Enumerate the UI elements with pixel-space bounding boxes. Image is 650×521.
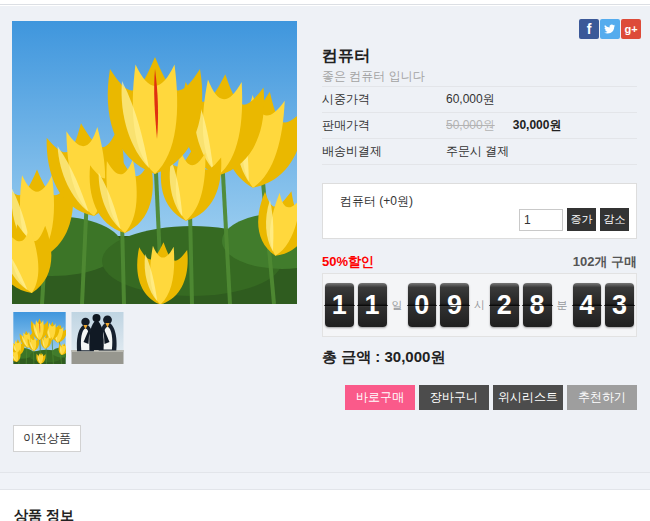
timer-hour-label: 시	[474, 298, 485, 313]
timer-digit: 1	[325, 283, 354, 327]
cart-button[interactable]: 장바구니	[419, 385, 489, 410]
quantity-input[interactable]	[519, 209, 563, 231]
product-info-table: 시중가격 60,000원 판매가격 50,000원 30,000원 배송비결제 …	[322, 86, 637, 165]
quantity-controls: 증가 감소	[519, 208, 629, 231]
sale-price-value: 30,000원	[513, 117, 562, 134]
timer-minute-label: 분	[557, 298, 568, 313]
market-price-value: 60,000원	[446, 91, 495, 108]
shipping-value: 주문시 결제	[446, 143, 509, 160]
total-amount: 총 금액 : 30,000원	[322, 348, 637, 367]
googleplus-icon[interactable]: g+	[621, 19, 641, 39]
action-buttons: 바로구매 장바구니 위시리스트 추천하기	[322, 385, 637, 410]
row-label: 시중가격	[322, 91, 446, 108]
old-price-value: 50,000원	[446, 117, 495, 134]
timer-digit: 3	[605, 283, 634, 327]
option-box: 컴퓨터 (+0원) 증가 감소	[322, 183, 637, 239]
product-page: 이전상품 f g+ 컴퓨터 좋은 컴퓨터 입니다 시중가격 60,000원 판매…	[0, 0, 650, 521]
facebook-icon[interactable]: f	[579, 19, 599, 39]
countdown-timer: 1 1 일 0 9 시 2 8 분 4 3	[322, 273, 637, 337]
table-row-sale-price: 판매가격 50,000원 30,000원	[322, 113, 637, 139]
table-row-shipping: 배송비결제 주문시 결제	[322, 139, 637, 165]
timer-digit: 4	[573, 283, 602, 327]
thumbnail-tulips[interactable]	[13, 312, 66, 364]
previous-product-button[interactable]: 이전상품	[13, 425, 81, 452]
product-main-image	[12, 21, 297, 304]
bottom-area	[0, 490, 650, 521]
purchase-count: 102개 구매	[573, 253, 637, 271]
product-info-section-title: 상품 정보	[14, 507, 74, 521]
twitter-icon[interactable]	[600, 19, 620, 39]
timer-digit: 8	[523, 283, 552, 327]
recommend-button[interactable]: 추천하기	[567, 385, 637, 410]
section-divider-band	[0, 472, 650, 490]
row-label: 배송비결제	[322, 143, 446, 160]
timer-digit: 2	[490, 283, 519, 327]
timer-digit: 0	[408, 283, 437, 327]
decrease-button[interactable]: 감소	[600, 208, 629, 231]
product-subtitle: 좋은 컴퓨터 입니다	[322, 68, 637, 85]
thumbnail-penguins[interactable]	[71, 312, 124, 364]
table-row-market-price: 시중가격 60,000원	[322, 87, 637, 113]
row-label: 판매가격	[322, 117, 446, 134]
timer-digit: 1	[358, 283, 387, 327]
product-title: 컴퓨터	[322, 46, 637, 67]
wishlist-button[interactable]: 위시리스트	[493, 385, 563, 410]
buy-now-button[interactable]: 바로구매	[345, 385, 415, 410]
deal-row: 50%할인 102개 구매	[322, 253, 637, 271]
discount-badge: 50%할인	[322, 253, 374, 271]
social-share-bar: f g+	[579, 19, 641, 39]
timer-day-label: 일	[392, 298, 403, 313]
top-strip	[0, 0, 650, 5]
increase-button[interactable]: 증가	[567, 208, 596, 231]
timer-digit: 9	[440, 283, 469, 327]
option-label: 컴퓨터 (+0원)	[340, 193, 413, 210]
